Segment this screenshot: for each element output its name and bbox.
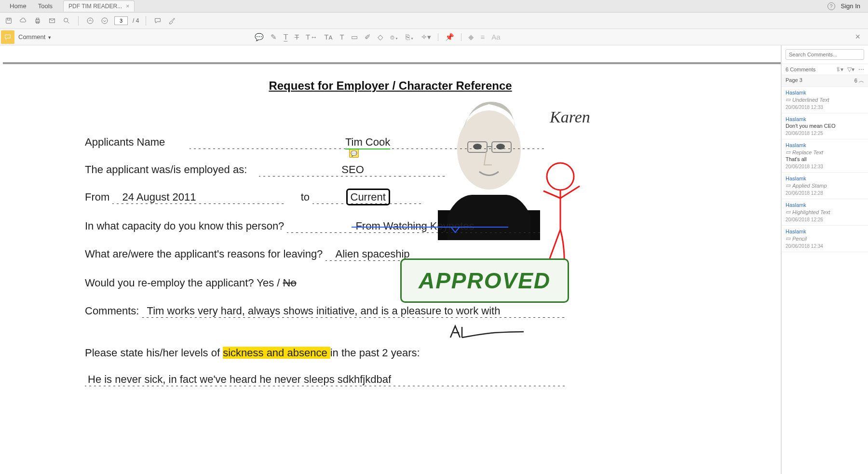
document-view[interactable]: Request for Employer / Character Referen… [0, 45, 781, 474]
textbox-tool-icon[interactable]: ▭ [351, 33, 358, 41]
home-menu[interactable]: Home [4, 0, 32, 12]
more-icon[interactable]: ⋯ [858, 66, 864, 73]
comment-body: Don't you mean CEO [786, 123, 864, 129]
page-down-icon[interactable] [100, 16, 109, 26]
signature-initials [448, 323, 526, 346]
cloud-icon[interactable] [18, 16, 28, 26]
sticky-note-tool-icon[interactable]: 💬 [255, 33, 264, 41]
print-icon[interactable] [33, 16, 42, 26]
comment-label-text: Comment [18, 33, 45, 41]
svg-point-16 [547, 163, 574, 190]
applicant-name-row: Applicants Name Tim Cook [85, 136, 546, 149]
svg-point-7 [87, 18, 93, 24]
comment-item[interactable]: Haslamk▭ Highlighted Text20/06/2018 12:2… [782, 199, 868, 226]
tab-title-label: PDF TIM READER... [68, 3, 122, 10]
shapes-tool-icon[interactable]: ✧▾ [421, 33, 431, 41]
approved-stamp: APPROVED [400, 258, 569, 303]
comments-label: Comments: [85, 305, 139, 317]
close-tab-icon[interactable]: × [126, 3, 129, 10]
strikethrough-tool-icon[interactable]: T [295, 33, 299, 41]
applicant-name-label: Applicants Name [85, 136, 165, 148]
stamp-tool-icon[interactable]: ⌾▾ [390, 33, 399, 41]
svg-rect-0 [6, 18, 12, 23]
sign-in-button[interactable]: Sign In [841, 2, 860, 10]
signature-karen: Karen [550, 108, 590, 126]
pencil-tool-icon[interactable]: ✐ [365, 33, 371, 41]
help-icon[interactable]: ? [827, 2, 835, 10]
from-to-row: From 24 August 2011 to Current [85, 191, 423, 204]
comment-timestamp: 20/06/2018 12:33 [786, 105, 864, 110]
svg-point-8 [102, 18, 108, 24]
replace-text-tool-icon[interactable]: T↔ [306, 33, 317, 41]
comment-timestamp: 20/06/2018 12:34 [786, 244, 864, 249]
reemploy-label: Would you re-employ the applicant? Yes / [85, 277, 283, 289]
comment-type: ▭ Applied Stamp [786, 182, 864, 189]
comment-item[interactable]: Haslamk▭ Pencil20/06/2018 12:34 [782, 226, 868, 252]
line-tool-icon[interactable]: ≡ [481, 33, 485, 41]
comment-author: Haslamk [786, 90, 864, 95]
page-header-band [3, 62, 781, 64]
comment-mode-icon[interactable] [1, 30, 14, 44]
save-icon[interactable] [4, 16, 14, 26]
comment-item[interactable]: Haslamk▭ Applied Stamp20/06/2018 12:28 [782, 173, 868, 199]
comment-item[interactable]: Haslamk▭ Replace TextThat's all20/06/201… [782, 139, 868, 173]
eraser-tool-icon[interactable]: ◇ [378, 33, 383, 41]
leaving-label: What are/were the applicant's reasons fo… [85, 248, 323, 260]
comment-item[interactable]: Haslamk▭ Underlined Text20/06/2018 12:33 [782, 87, 868, 113]
sort-icon[interactable]: ⥮▾ [836, 66, 843, 73]
page-header-row[interactable]: Page 3 6 ︿ [782, 75, 868, 87]
mail-icon[interactable] [47, 16, 57, 26]
color-tool-icon[interactable]: ◆ [468, 33, 474, 41]
to-label: to [301, 191, 310, 203]
font-tool-icon[interactable]: Aa [491, 33, 500, 41]
sickness-value-row: He is never sick, in fact we've heard he… [85, 373, 567, 386]
comment-item[interactable]: HaslamkDon't you mean CEO20/06/2018 12:2… [782, 113, 868, 139]
filter-icon[interactable]: ▽▾ [847, 66, 854, 73]
page-up-icon[interactable] [85, 16, 95, 26]
main-area: Request for Employer / Character Referen… [0, 45, 868, 474]
from-value: 24 August 2011 [122, 191, 196, 203]
comment-timestamp: 20/06/2018 12:25 [786, 131, 864, 136]
separator [461, 33, 461, 41]
comment-bar: Comment▼ 💬 ✎ T̲ T T↔ Tᴀ T ▭ ✐ ◇ ⌾▾ ⎘▾ ✧▾… [0, 29, 868, 45]
separator [438, 33, 438, 41]
comment-timestamp: 20/06/2018 12:26 [786, 217, 864, 222]
comment-type: ▭ Pencil [786, 235, 864, 242]
pdf-page: Request for Employer / Character Referen… [0, 45, 781, 474]
reemploy-no: No [283, 277, 297, 289]
page-number-input[interactable] [114, 16, 128, 25]
svg-rect-1 [7, 18, 10, 20]
attach-tool-icon[interactable]: ⎘▾ [406, 33, 414, 41]
close-panel-icon[interactable]: × [855, 32, 860, 42]
pin-tool-icon[interactable]: 📌 [445, 33, 454, 41]
from-label: From [85, 191, 109, 203]
svg-point-6 [64, 18, 68, 22]
speech-bubble-icon[interactable] [153, 16, 163, 26]
employed-as-label: The applicant was/is employed as: [85, 163, 247, 176]
comment-author: Haslamk [786, 142, 864, 148]
text-tool-icon[interactable]: T [339, 33, 344, 41]
separator [78, 16, 79, 26]
search-icon[interactable] [62, 16, 71, 26]
underline-tool-icon[interactable]: T̲ [284, 33, 288, 41]
search-comments-input[interactable] [786, 49, 864, 60]
tools-menu[interactable]: Tools [32, 0, 58, 12]
sickness-highlight: sickness and absence [223, 347, 330, 359]
sticky-note-icon[interactable]: 💬 [349, 149, 359, 158]
comment-body: That's all [786, 156, 864, 162]
comments-list: Haslamk▭ Underlined Text20/06/2018 12:33… [782, 87, 868, 252]
page-label: Page 3 [786, 77, 802, 84]
comments-count-label: 6 Comments [786, 67, 815, 72]
sickness-value: He is never sick, in fact we've heard he… [88, 373, 391, 385]
to-value: Current [346, 189, 390, 205]
comment-type: ▭ Underlined Text [786, 96, 864, 103]
insert-text-tool-icon[interactable]: Tᴀ [324, 33, 333, 41]
employed-as-row: The applicant was/is employed as: SEO [85, 163, 447, 176]
document-tab[interactable]: PDF TIM READER... × [63, 0, 135, 12]
highlight-tool-icon[interactable]: ✎ [271, 33, 277, 41]
comment-type: ▭ Replace Text [786, 149, 864, 155]
applicant-photo [438, 75, 540, 240]
collapse-icon[interactable]: ︿ [859, 78, 864, 83]
comment-dropdown[interactable]: Comment▼ [18, 33, 52, 41]
highlight-icon[interactable] [167, 16, 177, 26]
